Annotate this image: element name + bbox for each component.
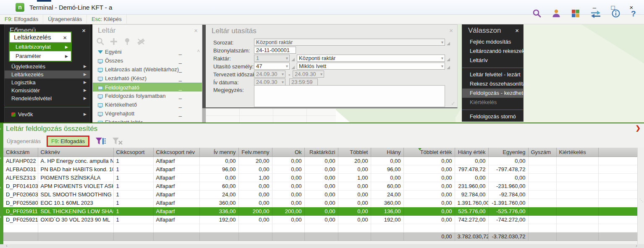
raktar-name-combo[interactable]: Központi raktár — [297, 55, 445, 62]
filter-item-feldolgozas-folyamatban[interactable]: Feldolgozás folyamatban_ — [93, 91, 202, 100]
table-row[interactable]: D_PF025580EOC 10.1 60ML 20231Alfaparf360… — [3, 198, 637, 207]
table-cell: Alfaparf — [153, 198, 199, 207]
idoszak-to-field[interactable]: 24.09.30 — [293, 70, 324, 78]
raktar-code-combo[interactable]: 1 — [254, 55, 290, 62]
action-rekesz-osszehasonlitas[interactable]: Rekesz összehasonlítás — [462, 79, 523, 89]
iv-datum-field[interactable]: 24.09.30 — [254, 78, 285, 86]
column-header[interactable]: Ok — [272, 148, 304, 157]
menu-item-ugyletkezeles[interactable]: Ügyletkezelés▶ — [5, 63, 90, 70]
column-header[interactable]: Hiány — [371, 148, 403, 157]
megjegyzes-textarea[interactable] — [254, 85, 445, 107]
filter-item-egyeni[interactable]: Egyéni_ — [93, 47, 202, 56]
totals-cell — [556, 232, 598, 240]
column-header[interactable]: Cikknév — [38, 148, 113, 157]
totals-cell: 0,00 — [403, 232, 455, 240]
search-icon[interactable] — [96, 37, 105, 47]
idoszak-from-field[interactable]: 24.09.30 — [254, 70, 285, 78]
table-row[interactable]: D_PF025921OXID`O 30 VOL 2023 90 ML1Alfap… — [3, 215, 637, 224]
next-chevron-icon[interactable]: ❯ — [635, 124, 641, 132]
column-header[interactable]: Cikkszám — [3, 148, 38, 157]
filter-item-lezarhato[interactable]: Lezárható (Kész)_ — [93, 74, 202, 83]
bizonylatszam-field[interactable]: 24-11-000001 — [254, 47, 296, 54]
resize-grip-icon[interactable] — [447, 66, 450, 69]
sync-arrows-icon[interactable] — [590, 9, 601, 18]
action-leltarozando-rekeszek[interactable]: Leltározandó rekeszek — [462, 47, 523, 56]
action-leltariv[interactable]: Leltárív — [462, 56, 523, 65]
help-icon[interactable]: ? — [631, 9, 637, 18]
accept-button[interactable]: F9: Elfogadás — [47, 136, 89, 147]
table-row[interactable]: ALFESZ313PIGMENTS SZÍNSKÁLA1Alfaparf0,00… — [3, 173, 637, 182]
menu-item-vevok[interactable]: Vevők▶ — [5, 110, 90, 118]
column-header[interactable]: Egyenleg — [488, 148, 528, 157]
horizontal-scrollbar[interactable]: ‹ › — [0, 244, 644, 248]
search-icon[interactable] — [532, 9, 542, 18]
table-row[interactable]: ALFBAD031PN BAD hair HABITS kond. 1000ml… — [3, 165, 637, 173]
regenerate-button[interactable]: Újragenerálás — [3, 136, 45, 146]
megjegyzes-label: Megjegyzés: — [213, 86, 244, 94]
unlink-icon[interactable] — [136, 37, 146, 47]
form-close-icon[interactable]: × — [449, 27, 453, 34]
column-header[interactable]: Kiértékelés — [556, 148, 598, 157]
filter-marker: _ — [179, 109, 182, 118]
column-header[interactable]: Ív menny — [199, 148, 238, 157]
vertical-scrollbar[interactable]: ⋱ — [637, 148, 644, 244]
table-row[interactable]: D_PF014103APM PIGMENTS VIOLET ASH 90ML1A… — [3, 182, 637, 190]
column-header[interactable]: Többlet érték — [403, 148, 455, 157]
menu-item-leltarkezeles[interactable]: Leltárkezelés▶ — [5, 70, 90, 78]
szemely-code-combo[interactable]: 47 — [254, 63, 290, 70]
popup-close-icon[interactable]: × — [63, 33, 67, 43]
resize-grip-icon[interactable] — [447, 58, 450, 61]
valasszon-close-icon[interactable]: × — [515, 27, 519, 34]
resize-grip-icon[interactable] — [447, 42, 450, 45]
popup-item-parameter[interactable]: Paraméter▶ — [10, 52, 71, 61]
menubar-regenerate[interactable]: Újragenerálás — [43, 15, 87, 24]
menu-item-komissioter[interactable]: Komissiótér▶ — [5, 86, 90, 94]
menu-item-rendelesfelvetel[interactable]: Rendelésfelvétel▶ — [5, 94, 90, 102]
popup-item-leltarbizonylat[interactable]: Leltárbizonylat▶ — [10, 42, 71, 52]
sorozat-combo[interactable]: Központi raktár — [254, 39, 445, 46]
filter-item-feldolgozhato[interactable]: Feldolgozható_ — [93, 83, 202, 91]
form-title: Leltár utasítás — [212, 27, 257, 35]
check-icon: ✓ — [451, 100, 456, 107]
scroll-left-icon[interactable]: ‹ — [6, 243, 8, 248]
table-cell: 96,00 — [371, 165, 403, 173]
filter-item-vegrehajtott[interactable]: Végrehajtott_ — [93, 109, 202, 118]
column-header[interactable]: Raktárközi — [304, 148, 338, 157]
tervezett-idoszak-label: Tervezett időszak: — [213, 71, 257, 78]
filter-icon[interactable] — [89, 137, 106, 146]
user-icon[interactable] — [552, 9, 561, 18]
filter-item-osszes[interactable]: Összes_ — [93, 56, 202, 65]
chevron-right-icon: ▶ — [65, 42, 68, 52]
action-leltar-felvetel-lezart[interactable]: Leltár felvétel - lezárt — [462, 70, 523, 79]
info-icon[interactable] — [611, 9, 620, 18]
resize-grip-icon[interactable] — [291, 58, 295, 61]
filter-item-elutasitott[interactable]: Elutasított leltár — [93, 118, 202, 123]
column-header[interactable]: Felv.menny — [238, 148, 272, 157]
filter-item-leltarozas-alatt[interactable]: Leltározás alatt (Webleltárhoz)_ — [93, 65, 202, 74]
column-header[interactable] — [598, 148, 637, 157]
add-icon[interactable] — [110, 37, 118, 47]
column-header[interactable]: Többlet — [338, 148, 371, 157]
filter-item-kiertekelheto[interactable]: Kiértékelhető_ — [93, 100, 202, 109]
tree-icon[interactable] — [123, 37, 131, 47]
action-fejlec-modositas[interactable]: Fejléc módosítás — [462, 37, 523, 47]
action-feldolgozas-kezdheto[interactable]: Feldolgozás - kezdhető — [462, 89, 523, 98]
menubar-exit[interactable]: Esc: Kilépés — [87, 15, 127, 24]
szemely-name-combo[interactable]: Miklós Ivett — [297, 63, 445, 70]
menu-item-logisztika[interactable]: Logisztika▶ — [5, 78, 90, 86]
resize-grip-icon[interactable] — [291, 66, 295, 69]
iv-ido-field[interactable]: 23:59:59 — [289, 78, 318, 86]
column-header[interactable]: Cikkcsoport — [113, 148, 153, 157]
action-feldolgozas-storno[interactable]: Feldolgozás stornó — [462, 112, 523, 121]
column-header[interactable]: Hiány érték — [455, 148, 488, 157]
table-row[interactable]: D_PF020603SDL SMOOTH SMOOTHING LOW SH1Al… — [3, 190, 637, 198]
table-row[interactable]: D_PF025911SDL THICKENING LOW SHAMPOO 11A… — [3, 207, 637, 215]
table-row[interactable]: ALFAHP022A. HP Energy conc. ampulla NŐI … — [3, 157, 637, 165]
column-header[interactable]: Cikkcsoport név — [153, 148, 199, 157]
apps-grid-icon[interactable] — [571, 9, 580, 18]
menubar-accept[interactable]: F9: Elfogadás — [0, 15, 43, 24]
column-header[interactable]: Gyszám — [528, 148, 556, 157]
leltar-close-icon[interactable]: × — [194, 27, 198, 34]
scroll-right-icon[interactable]: › — [636, 243, 637, 248]
fomenu-close-icon[interactable]: × — [82, 27, 86, 34]
